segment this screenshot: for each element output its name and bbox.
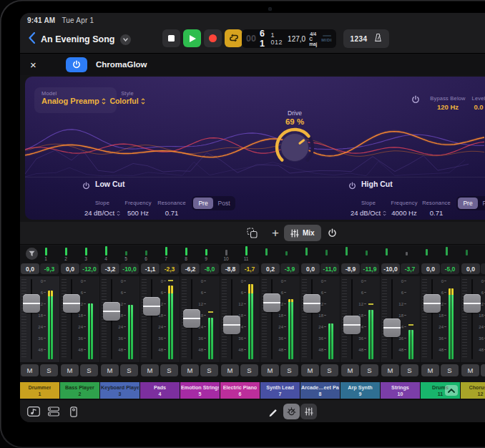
channel-volume-value[interactable]: 0,0 [61, 263, 79, 274]
solo-button[interactable]: S [80, 364, 98, 376]
mute-button[interactable]: M [341, 364, 359, 376]
mute-button[interactable]: M [101, 364, 119, 376]
channel-peak-value[interactable]: -8,0 [200, 263, 219, 274]
channel-peak-value[interactable]: -1,7 [240, 263, 259, 274]
channel-volume-value[interactable]: -6,2 [181, 263, 200, 274]
play-button[interactable] [183, 29, 201, 47]
high-cut-power-button[interactable] [348, 180, 356, 193]
channel-volume-value[interactable]: 0,0 [21, 263, 39, 274]
track-list-button[interactable] [46, 404, 62, 419]
channel-peak-value[interactable]: -10,0 [120, 263, 139, 274]
solo-button[interactable]: S [320, 364, 338, 376]
high-cut-post-button[interactable]: Post [479, 198, 485, 209]
track-name-band[interactable]: Arcade…eet Pad8 [300, 382, 340, 399]
fader-handle[interactable] [63, 294, 80, 313]
channel-volume-value[interactable]: 0,0 [421, 263, 440, 274]
channel-volume-value[interactable]: -3,2 [101, 263, 119, 274]
mute-button[interactable]: M [461, 364, 479, 376]
solo-button[interactable]: S [240, 364, 258, 376]
keyboard-button[interactable] [66, 404, 82, 419]
channel-peak-value[interactable]: -3,9 [280, 263, 299, 274]
solo-button[interactable]: S [481, 364, 485, 376]
drive-knob[interactable] [270, 126, 320, 170]
mute-button[interactable]: M [181, 364, 199, 376]
low-cut-power-button[interactable] [82, 180, 90, 193]
channel-peak-value[interactable] [481, 263, 485, 274]
fader-handle[interactable] [343, 316, 361, 334]
back-button[interactable] [29, 32, 35, 47]
fader-handle[interactable] [143, 297, 160, 316]
mute-button[interactable]: M [261, 364, 279, 376]
solo-button[interactable]: S [160, 364, 178, 376]
channel-volume-value[interactable]: 0,0 [461, 263, 480, 274]
low-cut-frequency-control[interactable]: Frequency500 Hz [117, 195, 160, 217]
channel-volume-value[interactable]: -10,0 [381, 263, 400, 274]
track-name-band[interactable]: Chorus V12 [461, 382, 485, 399]
mute-button[interactable]: M [61, 364, 79, 376]
loop-browser-button[interactable] [26, 404, 41, 419]
low-cut-post-button[interactable]: Post [214, 198, 234, 209]
channel-peak-value[interactable]: -11,0 [320, 263, 339, 274]
count-in-button[interactable]: 1234 [350, 35, 367, 43]
channel-peak-value[interactable]: -12,0 [80, 263, 99, 274]
fader-handle[interactable] [423, 294, 441, 313]
track-name-band[interactable]: Synth Lead7 [260, 382, 300, 399]
mix-button[interactable]: Mix [284, 225, 321, 241]
lcd-display[interactable]: 00 6 1 1 012 127,0 4/4C maj MIDI [242, 29, 336, 48]
channel-volume-value[interactable]: -1,1 [141, 263, 160, 274]
high-cut-pre-button[interactable]: Pre [458, 198, 478, 209]
mute-button[interactable]: M [381, 364, 399, 376]
controls-knob-view-button[interactable] [283, 404, 300, 419]
fader-handle[interactable] [183, 309, 200, 328]
edit-pencil-button[interactable] [266, 404, 280, 419]
channel-peak-value[interactable]: -9,3 [40, 263, 59, 274]
track-name-band[interactable]: Bass Player2 [60, 382, 99, 399]
mixer-power-button[interactable] [323, 225, 341, 241]
track-name-band[interactable]: Strings10 [381, 382, 420, 399]
mute-button[interactable]: M [301, 364, 319, 376]
close-plugin-button[interactable]: × [30, 59, 36, 70]
channel-volume-value[interactable]: -8,8 [221, 263, 240, 274]
song-menu-chevron-icon[interactable] [120, 34, 131, 45]
solo-button[interactable]: S [40, 364, 58, 376]
track-name-band[interactable]: Arp Synth9 [341, 382, 380, 399]
fader-handle[interactable] [23, 294, 40, 313]
low-cut-pre-button[interactable]: Pre [193, 198, 213, 209]
fader-handle[interactable] [223, 316, 240, 334]
mute-button[interactable]: M [141, 364, 159, 376]
track-collapse-button[interactable] [445, 385, 458, 396]
solo-button[interactable]: S [200, 364, 218, 376]
solo-button[interactable]: S [401, 364, 418, 376]
stop-button[interactable] [162, 29, 180, 47]
solo-button[interactable]: S [361, 364, 378, 376]
add-track-button[interactable]: + [268, 225, 283, 241]
channel-peak-value[interactable]: -11,9 [361, 263, 379, 274]
track-name-band[interactable]: Drummer1 [20, 382, 59, 399]
solo-button[interactable]: S [120, 364, 138, 376]
model-selector[interactable]: Model Analog Preamp [34, 87, 117, 113]
style-selector[interactable]: Style Colorful [105, 90, 150, 105]
mute-button[interactable]: M [21, 364, 39, 376]
channel-peak-value[interactable]: -5,0 [441, 263, 459, 274]
track-name-band[interactable]: Electric Piano6 [220, 382, 260, 399]
faders-view-button[interactable] [300, 404, 317, 419]
plugin-power-button[interactable] [66, 57, 87, 72]
channel-volume-value[interactable]: 0,0 [301, 263, 320, 274]
cycle-button[interactable] [225, 29, 242, 47]
level-control[interactable]: Level 0.0 [463, 90, 485, 111]
fader-handle[interactable] [464, 294, 481, 313]
track-name-band[interactable]: Keyboard Player3 [100, 382, 139, 399]
channel-volume-value[interactable]: -8,9 [341, 263, 360, 274]
low-cut-resonance-control[interactable]: Resonance0.71 [154, 195, 190, 217]
track-name-band[interactable]: Drums11 [421, 382, 460, 399]
track-overview-row[interactable]: 1234567891011 [20, 245, 485, 262]
song-title[interactable]: An Evening Song [41, 34, 114, 44]
high-cut-resonance-control[interactable]: Resonance0.71 [418, 195, 454, 217]
fader-handle[interactable] [103, 302, 120, 321]
fader-handle[interactable] [263, 293, 280, 312]
record-button[interactable] [204, 29, 222, 47]
mute-button[interactable]: M [421, 364, 439, 376]
channel-peak-value[interactable]: -3,7 [401, 263, 419, 274]
fader-handle[interactable] [383, 318, 401, 337]
duplicate-button[interactable] [243, 225, 260, 241]
